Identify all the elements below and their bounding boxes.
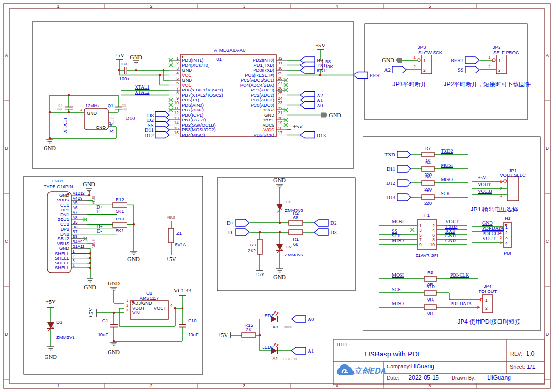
schematic-label: PDI	[504, 250, 511, 255]
net-flag-D11[interactable]: D11	[386, 165, 411, 172]
gnd-symbol[interactable]	[110, 342, 117, 346]
net-flag-D8[interactable]: D8	[314, 229, 337, 236]
resistor-R12[interactable]	[113, 203, 127, 208]
jumper-JP4[interactable]	[482, 295, 493, 313]
gnd-symbol[interactable]	[47, 347, 54, 350]
resistor-R9[interactable]	[424, 276, 436, 281]
net-flag-A0[interactable]: A0	[291, 316, 314, 322]
net-flag-label: D11	[386, 166, 395, 172]
net-flag-D13[interactable]: D13	[386, 194, 411, 201]
schematic-label: 20p	[57, 107, 62, 111]
net-flag-A1[interactable]: A1	[291, 347, 314, 354]
lceda-logo-icon	[337, 364, 354, 375]
net-flag-label: A1	[308, 348, 314, 354]
schematic-label: H2	[505, 216, 510, 221]
junction-dot	[133, 223, 135, 226]
schematic-label: GND	[108, 349, 120, 356]
junction-dot	[174, 307, 177, 310]
jumper-JP1[interactable]	[507, 177, 519, 201]
component-U1[interactable]: U1ATMEGA8A-AU1PD3(INT1)2PD4(XCK/T0)3GND4…	[145, 47, 327, 138]
net-flag-TXD[interactable]: TXD	[384, 151, 411, 158]
gnd-symbol[interactable]	[133, 61, 139, 64]
flag-shape	[392, 66, 406, 73]
gnd-symbol[interactable]	[276, 184, 283, 188]
schematic-label: VBUS	[92, 195, 95, 204]
gnd-symbol[interactable]	[130, 251, 137, 255]
pin-number: 6	[176, 81, 179, 85]
schematic-label: +5V	[254, 271, 265, 278]
pin-name: PB0(ICP1)	[182, 112, 203, 118]
resistor-R13[interactable]	[113, 222, 127, 227]
gnd-flag[interactable]: GND	[382, 57, 402, 64]
resistor-R10[interactable]	[424, 291, 436, 295]
net-flag-A0[interactable]	[300, 102, 315, 109]
net-flag-REST[interactable]: REST	[354, 72, 382, 79]
net-flag-D12[interactable]	[155, 132, 169, 138]
flag-shape	[465, 66, 479, 73]
flag-shape	[236, 219, 249, 226]
pin-number: 4	[176, 71, 179, 75]
schematic-label: GND	[273, 274, 286, 281]
resistor-R3[interactable]	[257, 239, 262, 254]
frame-column-label: 4	[336, 383, 338, 388]
gnd-symbol[interactable]	[46, 140, 53, 143]
resistor-R7[interactable]	[422, 152, 434, 157]
resistor-R11[interactable]	[424, 305, 436, 310]
header-H2[interactable]	[503, 223, 512, 247]
schematic-label: JP4	[484, 283, 491, 289]
resistor-R15[interactable]	[242, 333, 256, 337]
net-flag-D-[interactable]: D-	[228, 229, 249, 236]
resistor-R2[interactable]	[289, 220, 303, 225]
resistor-R5[interactable]	[422, 195, 434, 200]
schematic-label: RED	[284, 325, 292, 329]
diode-triangle	[276, 244, 283, 250]
schematic-label: 68	[293, 215, 299, 220]
pin-number: 13	[174, 116, 179, 120]
resistor-R1[interactable]	[289, 230, 303, 235]
pin-number: 19	[278, 120, 282, 125]
flag-shape	[291, 347, 306, 354]
net-flag-REST[interactable]: REST	[451, 57, 479, 64]
net-flag-D13[interactable]	[300, 132, 315, 138]
schematic-label: GND	[130, 54, 142, 61]
schematic-label: +5V	[88, 308, 94, 318]
component-USB1[interactable]: USB1TYPE-C16PINA1B12GNDA4B9VBUSA5CC1A6DP…	[44, 178, 87, 273]
net-flag-SS[interactable]: SS	[458, 66, 479, 73]
net-flag-D2[interactable]: D2	[314, 219, 336, 226]
net-flag-label: REST	[370, 73, 382, 78]
schematic-label: 100n	[119, 76, 129, 81]
junction-dot	[49, 137, 51, 140]
pin-name: PC0(ADC0)	[251, 102, 274, 108]
gnd-symbol[interactable]	[87, 279, 93, 282]
pin-number: A6	[73, 205, 78, 210]
resistor-R4[interactable]	[422, 166, 434, 171]
schematic-label: ZMM5V1	[56, 335, 75, 340]
schematic-label: 5K1	[116, 209, 124, 214]
sheet-value: 1/1	[527, 364, 535, 370]
gnd-symbol[interactable]	[110, 287, 117, 291]
gnd-symbol[interactable]	[86, 189, 92, 192]
schematic-label: D-	[97, 209, 102, 214]
schematic-label: 1	[419, 223, 422, 228]
net-flag-RXD[interactable]	[300, 67, 315, 73]
pin-number: A7	[73, 210, 78, 215]
junction-dot	[89, 267, 91, 269]
note-text: JP3平时断开	[392, 81, 427, 88]
net-flag-label: TXD	[384, 152, 395, 157]
schematic-label: 6	[432, 233, 435, 237]
schematic-label: 1	[500, 179, 502, 184]
gnd-flag[interactable]: GND	[321, 112, 341, 119]
net-flag-D12[interactable]: D12	[386, 180, 411, 186]
flag-shape	[236, 229, 249, 236]
net-flag-D+[interactable]: D+	[227, 219, 249, 226]
schematic-label: 5	[419, 233, 422, 237]
gnd-symbol[interactable]	[276, 269, 283, 272]
pin1-circle	[418, 59, 420, 62]
zener-Z1[interactable]	[168, 228, 174, 243]
company-value: LiiGuang	[410, 363, 434, 370]
schematic-label: H1	[424, 212, 430, 218]
schematic-title: USBasp with PDI	[365, 350, 419, 358]
resistor-R6[interactable]	[422, 181, 434, 185]
schematic-label: C5	[122, 104, 126, 107]
net-flag-A2[interactable]: A2	[384, 66, 406, 73]
